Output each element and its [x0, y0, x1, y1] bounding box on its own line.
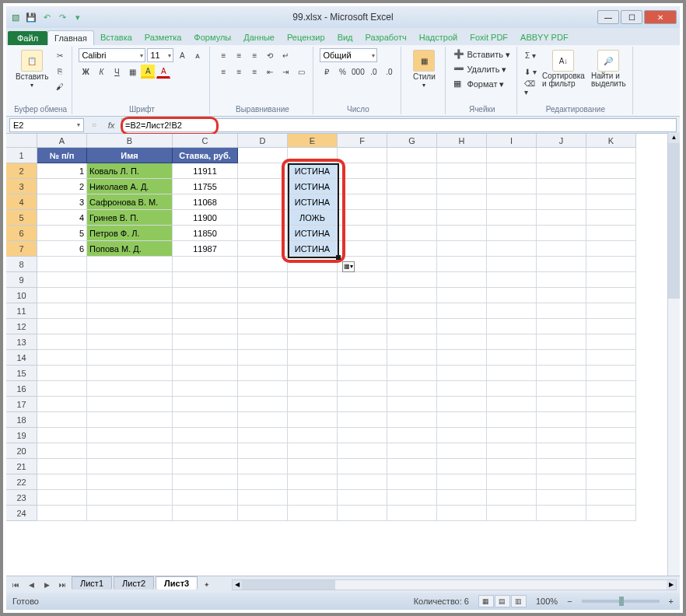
cell-E4[interactable]: ИСТИНА [288, 194, 338, 210]
cell-E17[interactable] [288, 397, 338, 412]
cell-G2[interactable] [387, 163, 437, 179]
cell-C4[interactable]: 11068 [173, 194, 238, 210]
cell-F18[interactable] [338, 412, 387, 428]
cell-I9[interactable] [487, 272, 537, 288]
cell-E16[interactable] [288, 381, 338, 397]
increase-font-icon[interactable]: A [175, 48, 189, 62]
col-header-F[interactable]: F [338, 134, 387, 148]
border-icon[interactable]: ▦ [125, 65, 139, 79]
cell-F3[interactable] [338, 179, 387, 194]
cell-I18[interactable] [487, 412, 537, 428]
cell-J8[interactable] [537, 257, 586, 272]
cell-B14[interactable] [87, 350, 173, 366]
cell-C13[interactable] [173, 334, 238, 350]
cell-B12[interactable] [87, 319, 173, 334]
font-color-icon[interactable]: A [156, 65, 170, 79]
cell-A17[interactable] [37, 397, 87, 412]
cell-G24[interactable] [387, 506, 437, 521]
cell-K11[interactable] [586, 303, 636, 319]
cell-A8[interactable] [37, 257, 87, 272]
cell-G13[interactable] [387, 334, 437, 350]
cell-E23[interactable] [288, 490, 338, 506]
cell-D16[interactable] [238, 381, 288, 397]
cell-I17[interactable] [487, 397, 537, 412]
cell-J24[interactable] [537, 506, 586, 521]
row-header-10[interactable]: 10 [6, 288, 37, 303]
tab-file[interactable]: Файл [8, 31, 47, 45]
cell-G18[interactable] [387, 412, 437, 428]
cell-J3[interactable] [537, 179, 586, 194]
cell-K13[interactable] [586, 334, 636, 350]
cell-B2[interactable]: Коваль Л. П. [87, 163, 173, 179]
cell-K12[interactable] [586, 319, 636, 334]
cell-J15[interactable] [537, 366, 586, 381]
cell-B4[interactable]: Сафронова В. М. [87, 194, 173, 210]
cell-E15[interactable] [288, 366, 338, 381]
cell-C6[interactable]: 11850 [173, 226, 238, 241]
cell-I16[interactable] [487, 381, 537, 397]
cell-H23[interactable] [437, 490, 487, 506]
cell-B22[interactable] [87, 474, 173, 490]
col-header-J[interactable]: J [537, 134, 586, 148]
tab-данные[interactable]: Данные [237, 30, 281, 45]
cell-A18[interactable] [37, 412, 87, 428]
cell-I10[interactable] [487, 288, 537, 303]
row-header-20[interactable]: 20 [6, 443, 37, 459]
col-header-C[interactable]: C [173, 134, 238, 148]
cell-F19[interactable] [338, 428, 387, 443]
cell-D11[interactable] [238, 303, 288, 319]
cell-C5[interactable]: 11900 [173, 210, 238, 226]
cell-G8[interactable] [387, 257, 437, 272]
font-size-combo[interactable]: 11 [147, 48, 173, 62]
cell-E10[interactable] [288, 288, 338, 303]
cell-J19[interactable] [537, 428, 586, 443]
cell-H13[interactable] [437, 334, 487, 350]
align-right-icon[interactable]: ≡ [247, 65, 261, 79]
wrap-text-icon[interactable]: ↵ [278, 48, 292, 62]
cell-D13[interactable] [238, 334, 288, 350]
name-box[interactable]: E2 [9, 118, 84, 132]
cell-F10[interactable] [338, 288, 387, 303]
cell-I5[interactable] [487, 210, 537, 226]
cell-E8[interactable] [288, 257, 338, 272]
paste-button[interactable]: 📋 Вставить ▾ [14, 48, 50, 90]
row-header-3[interactable]: 3 [6, 179, 37, 194]
cell-I20[interactable] [487, 443, 537, 459]
cell-G17[interactable] [387, 397, 437, 412]
cell-G4[interactable] [387, 194, 437, 210]
cell-A21[interactable] [37, 459, 87, 474]
cell-K17[interactable] [586, 397, 636, 412]
cell-C10[interactable] [173, 288, 238, 303]
cell-A9[interactable] [37, 272, 87, 288]
qat-dropdown-icon[interactable]: ▾ [72, 11, 84, 23]
cell-G5[interactable] [387, 210, 437, 226]
cell-B19[interactable] [87, 428, 173, 443]
tab-вставка[interactable]: Вставка [94, 30, 138, 45]
cell-E9[interactable] [288, 272, 338, 288]
underline-icon[interactable]: Ч [110, 65, 124, 79]
maximize-button[interactable]: ☐ [621, 10, 642, 24]
cell-H24[interactable] [437, 506, 487, 521]
cell-C21[interactable] [173, 459, 238, 474]
cell-H4[interactable] [437, 194, 487, 210]
cell-K21[interactable] [586, 459, 636, 474]
tab-главная[interactable]: Главная [47, 30, 94, 45]
cell-A11[interactable] [37, 303, 87, 319]
row-header-24[interactable]: 24 [6, 506, 37, 521]
redo-icon[interactable]: ↷ [56, 11, 68, 23]
cell-F11[interactable] [338, 303, 387, 319]
cell-K15[interactable] [586, 366, 636, 381]
col-header-E[interactable]: E [288, 134, 338, 148]
align-bottom-icon[interactable]: ≡ [247, 48, 261, 62]
cell-G14[interactable] [387, 350, 437, 366]
cell-B15[interactable] [87, 366, 173, 381]
clear-icon[interactable]: ⌫ ▾ [523, 81, 537, 95]
cell-A12[interactable] [37, 319, 87, 334]
cell-E22[interactable] [288, 474, 338, 490]
cell-E2[interactable]: ИСТИНА [288, 163, 338, 179]
cell-K8[interactable] [586, 257, 636, 272]
cell-B8[interactable] [87, 257, 173, 272]
cell-H7[interactable] [437, 241, 487, 257]
dec-decimal-icon[interactable]: .0 [382, 65, 396, 79]
cell-H15[interactable] [437, 366, 487, 381]
